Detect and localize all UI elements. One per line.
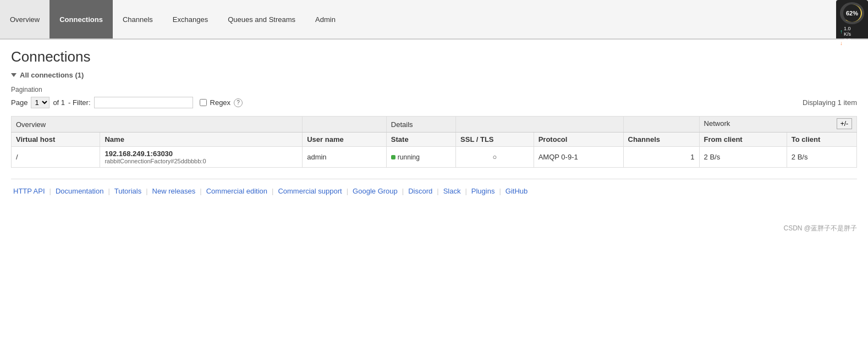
table-body: / 192.168.249.1:63030 rabbitConnectionFa… <box>12 147 857 168</box>
cell-ssl: ○ <box>456 147 534 168</box>
footer-link[interactable]: New releases <box>150 186 198 196</box>
cell-vhost: / <box>12 147 100 168</box>
up-arrow-icon: ↑ <box>840 29 843 35</box>
regex-help-icon[interactable]: ? <box>234 98 243 107</box>
group-header-username <box>303 117 387 133</box>
name-primary: 192.168.249.1:63030 <box>105 150 173 158</box>
watermark: CSDN @蓝胖子不是胖子 <box>0 207 868 239</box>
pagination-row: Page 1 of 1 - Filter: Regex ? Displaying… <box>11 97 857 108</box>
group-header-details-label: Details <box>386 117 455 133</box>
running-dot-icon <box>391 155 395 159</box>
collapse-icon[interactable] <box>11 73 17 77</box>
table-row[interactable]: / 192.168.249.1:63030 rabbitConnectionFa… <box>12 147 857 168</box>
footer-separator: | <box>50 186 51 196</box>
footer-link[interactable]: GitHub <box>503 186 530 196</box>
pagination-section: Pagination Page 1 of 1 - Filter: Regex ?… <box>11 86 857 108</box>
connections-table: Overview Details Network +/- Virtual hos… <box>11 116 857 168</box>
running-badge: running <box>391 153 420 161</box>
footer-link[interactable]: Google Group <box>350 186 400 196</box>
col-state: State <box>386 133 455 147</box>
footer-link[interactable]: Commercial support <box>276 186 344 196</box>
group-header-network: Network +/- <box>699 117 856 133</box>
tab-channels[interactable]: Channels <box>113 0 163 38</box>
cell-from-client: 2 B/s <box>699 147 787 168</box>
page-select[interactable]: 1 <box>31 97 50 108</box>
cell-protocol: AMQP 0-9-1 <box>534 147 623 168</box>
section-header: All connections (1) <box>11 71 857 79</box>
page-of: of 1 <box>53 98 65 107</box>
table-col-header-row: Virtual host Name User name State SSL / … <box>12 133 857 147</box>
col-name: Name <box>100 133 303 147</box>
footer-separator: | <box>347 186 348 196</box>
footer-separator: | <box>200 186 201 196</box>
page-title: Connections <box>11 48 857 65</box>
gauge-widget-container: 62% ↑ 1.0K/s ↓ 2.0K/s <box>836 0 868 38</box>
displaying-text: Displaying 1 item <box>803 98 857 107</box>
down-arrow-icon: ↓ <box>840 40 843 46</box>
footer-separator: | <box>108 186 109 196</box>
add-remove-button[interactable]: +/- <box>837 118 852 129</box>
tab-queues-and-streams[interactable]: Queues and Streams <box>218 0 305 38</box>
gauge-up-stat: ↑ 1.0K/s <box>840 26 864 37</box>
tab-admin[interactable]: Admin <box>305 0 345 38</box>
group-header-overview: Overview <box>12 117 303 133</box>
gauge-widget: 62% ↑ 1.0K/s ↓ 2.0K/s <box>836 0 868 38</box>
footer-link[interactable]: Discord <box>406 186 435 196</box>
regex-checkbox[interactable] <box>200 99 207 106</box>
footer-separator: | <box>146 186 147 196</box>
footer-link[interactable]: Plugins <box>469 186 497 196</box>
group-header-details <box>456 117 623 133</box>
gauge-stats: ↑ 1.0K/s ↓ 2.0K/s <box>838 26 866 48</box>
footer-link[interactable]: HTTP API <box>11 186 47 196</box>
gauge-percent: 62% <box>843 4 861 22</box>
col-channels: Channels <box>623 133 699 147</box>
gauge-up-value: 1.0K/s <box>844 26 851 37</box>
cell-channels: 1 <box>623 147 699 168</box>
footer-separator: | <box>465 186 466 196</box>
cell-to-client: 2 B/s <box>787 147 856 168</box>
footer-link[interactable]: Slack <box>441 186 463 196</box>
footer-separator: | <box>437 186 438 196</box>
nav-bar: Overview Connections Channels Exchanges … <box>0 0 868 40</box>
footer-links: HTTP API|Documentation|Tutorials|New rel… <box>11 179 857 198</box>
name-secondary: rabbitConnectionFactory#25ddbbbb:0 <box>105 158 298 164</box>
col-to-client: To client <box>787 133 856 147</box>
footer-separator: | <box>402 186 404 196</box>
page-label: Page <box>11 98 28 107</box>
filter-label: - Filter: <box>68 98 90 107</box>
tab-overview[interactable]: Overview <box>0 0 50 38</box>
footer-separator: | <box>272 186 273 196</box>
footer-link[interactable]: Commercial edition <box>204 186 270 196</box>
footer-link[interactable]: Tutorials <box>112 186 144 196</box>
col-username: User name <box>303 133 387 147</box>
footer-link[interactable]: Documentation <box>53 186 106 196</box>
col-ssl-tls: SSL / TLS <box>456 133 534 147</box>
tab-connections[interactable]: Connections <box>50 0 113 38</box>
gauge-down-stat: ↓ 2.0K/s <box>840 37 864 48</box>
cell-username: admin <box>303 147 387 168</box>
col-from-client: From client <box>699 133 787 147</box>
cell-state: running <box>386 147 455 168</box>
col-protocol: Protocol <box>534 133 623 147</box>
filter-input[interactable] <box>94 97 193 108</box>
cell-name: 192.168.249.1:63030 rabbitConnectionFact… <box>100 147 303 168</box>
gauge-down-value: 2.0K/s <box>844 37 851 48</box>
group-header-channels <box>623 117 699 133</box>
section-label: All connections (1) <box>20 71 84 79</box>
footer-separator: | <box>499 186 501 196</box>
gauge-circle: 62% <box>840 2 864 24</box>
table-group-header-row: Overview Details Network +/- <box>12 117 857 133</box>
main-content: Connections All connections (1) Paginati… <box>0 40 868 207</box>
regex-label: Regex <box>210 98 231 107</box>
col-virtual-host: Virtual host <box>12 133 100 147</box>
tab-exchanges[interactable]: Exchanges <box>163 0 218 38</box>
pagination-label: Pagination <box>11 86 857 93</box>
